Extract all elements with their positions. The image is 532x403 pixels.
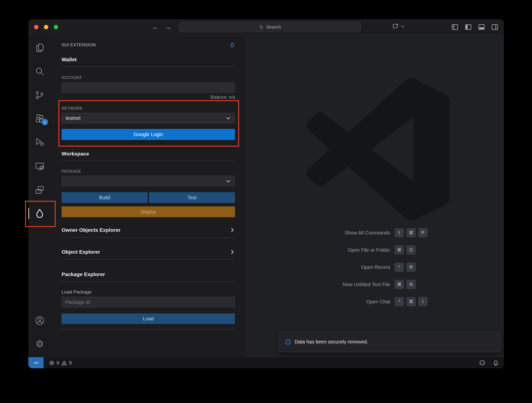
back-button[interactable]: ← bbox=[150, 19, 161, 35]
vscode-window: ← → Search bbox=[28, 19, 504, 368]
problems-indicator[interactable]: 0 0 bbox=[49, 357, 72, 368]
warning-count: 0 bbox=[69, 360, 72, 366]
package-select[interactable] bbox=[62, 176, 235, 186]
remote-indicator[interactable]: >< bbox=[28, 357, 44, 368]
shortcut-label: New Untitled Text File bbox=[246, 282, 390, 287]
keybinding-chip: ⇧ bbox=[395, 228, 404, 237]
run-debug-icon bbox=[34, 137, 45, 147]
customize-layout-icon[interactable] bbox=[451, 23, 459, 31]
keybinding-chip: N bbox=[406, 280, 416, 289]
close-button[interactable] bbox=[34, 25, 38, 29]
editor-area: Show All Commands ⇧ ⌘ P Open File or Fol… bbox=[246, 35, 504, 357]
wallet-title: Wallet bbox=[62, 57, 77, 62]
object-explorer-header[interactable]: Object Explorer bbox=[62, 249, 235, 260]
watermark-shortcuts: Show All Commands ⇧ ⌘ P Open File or Fol… bbox=[246, 227, 504, 313]
wallet-section-heading: Wallet bbox=[62, 57, 235, 67]
error-count: 0 bbox=[57, 360, 59, 366]
copilot-sparkle-icon bbox=[392, 23, 399, 30]
toggle-secondary-sidebar-icon[interactable] bbox=[491, 23, 499, 31]
minimize-button[interactable] bbox=[44, 25, 48, 29]
keybinding-chip: ⌘ bbox=[395, 245, 404, 255]
chevron-right-icon bbox=[230, 249, 235, 255]
activity-item-windows[interactable] bbox=[28, 184, 51, 196]
load-button[interactable]: Load bbox=[62, 313, 235, 324]
keybinding-chip: ⌘ bbox=[406, 228, 416, 237]
activity-item-source-control[interactable] bbox=[28, 89, 51, 101]
search-icon bbox=[34, 66, 45, 77]
toggle-primary-sidebar-icon[interactable] bbox=[465, 23, 472, 31]
shortcut-label: Open Chat bbox=[246, 299, 390, 305]
zoom-button[interactable] bbox=[54, 25, 58, 29]
keybinding-chip: ⌘ bbox=[406, 297, 416, 306]
titlebar: ← → Search bbox=[28, 19, 504, 35]
activity-item-run-debug[interactable] bbox=[28, 136, 51, 148]
activity-item-extensions[interactable]: 1 bbox=[28, 113, 51, 125]
copilot-status-icon[interactable] bbox=[479, 359, 486, 366]
chevron-right-icon bbox=[230, 227, 235, 233]
keybinding-chip: O bbox=[406, 245, 416, 255]
load-package-label: Load Package bbox=[62, 289, 235, 295]
gear-icon: ⚙ bbox=[35, 339, 44, 349]
warning-icon bbox=[61, 360, 67, 366]
account-input[interactable] bbox=[62, 82, 235, 93]
copilot-menu-button[interactable] bbox=[392, 23, 405, 30]
activity-item-explorer[interactable] bbox=[28, 42, 51, 54]
panel-sui-icon[interactable] bbox=[230, 42, 235, 48]
account-label: ACCOUNT bbox=[62, 76, 235, 80]
shortcut-label: Open File or Folder bbox=[246, 247, 390, 253]
owner-objects-explorer-header[interactable]: Owner Objects Explorer bbox=[62, 227, 235, 238]
windows-icon bbox=[34, 185, 45, 195]
package-explorer-header[interactable]: Package Explorer bbox=[62, 271, 235, 282]
error-icon bbox=[49, 360, 54, 366]
shortcut-label: Open Recent bbox=[246, 264, 390, 270]
layout-controls bbox=[451, 23, 499, 31]
package-id-input[interactable] bbox=[62, 297, 235, 308]
test-button[interactable]: Test bbox=[149, 192, 235, 203]
notification-text: Data has been securely removed. bbox=[295, 339, 368, 345]
package-label: PACKAGE bbox=[62, 169, 235, 174]
panel-title: SUI EXTENSION bbox=[62, 43, 96, 47]
remote-icon: >< bbox=[34, 360, 38, 366]
keybinding-chip: R bbox=[406, 263, 416, 272]
sui-extension-panel: SUI EXTENSION Wallet ACCOUNT Balance: n/… bbox=[51, 35, 246, 357]
keybinding-chip: ^ bbox=[395, 263, 404, 272]
keybinding-chip: P bbox=[418, 228, 428, 237]
annotation-rectangle-network bbox=[58, 100, 239, 147]
account-button[interactable] bbox=[28, 315, 51, 326]
package-explorer-title: Package Explorer bbox=[62, 271, 105, 277]
info-icon bbox=[285, 339, 291, 345]
search-icon bbox=[259, 25, 264, 30]
status-bar: >< 0 0 bbox=[28, 357, 504, 368]
shortcut-label: Show All Commands bbox=[246, 230, 390, 236]
vscode-logo-watermark bbox=[307, 78, 449, 221]
owner-objects-title: Owner Objects Explorer bbox=[62, 227, 120, 233]
workspace-title: Workspace bbox=[62, 151, 89, 157]
build-button[interactable]: Build bbox=[62, 192, 148, 203]
search-label: Search bbox=[266, 24, 281, 30]
extensions-badge: 1 bbox=[42, 119, 48, 125]
keybinding-chip: ⌘ bbox=[395, 280, 404, 289]
notification-toast[interactable]: Data has been securely removed. bbox=[279, 332, 501, 352]
forward-button[interactable]: → bbox=[163, 19, 174, 35]
activity-item-search[interactable] bbox=[28, 65, 51, 77]
source-control-icon bbox=[34, 90, 45, 100]
statusbar-right bbox=[479, 357, 499, 368]
desktop-background: ← → Search bbox=[0, 0, 532, 403]
keybinding-chip: ^ bbox=[395, 297, 404, 306]
activity-bar: 1 ⚙ bbox=[28, 35, 51, 357]
annotation-rectangle-sui-icon bbox=[25, 201, 56, 227]
notifications-bell-icon[interactable] bbox=[493, 360, 499, 366]
chevron-down-icon bbox=[226, 179, 231, 184]
settings-button[interactable]: ⚙ bbox=[28, 338, 51, 350]
activity-item-remote-explorer[interactable] bbox=[28, 161, 51, 172]
deploy-button[interactable]: Deploy bbox=[62, 206, 235, 217]
keybinding-chip: I bbox=[418, 297, 428, 306]
command-center-search[interactable]: Search bbox=[179, 22, 361, 32]
toggle-panel-icon[interactable] bbox=[478, 23, 485, 31]
chevron-down-icon bbox=[401, 24, 405, 28]
object-explorer-title: Object Explorer bbox=[62, 249, 100, 255]
workspace-section-heading: Workspace bbox=[62, 151, 235, 161]
account-icon bbox=[34, 315, 45, 326]
remote-explorer-icon bbox=[34, 161, 45, 172]
balance-text: Balance: n/a bbox=[62, 95, 235, 100]
